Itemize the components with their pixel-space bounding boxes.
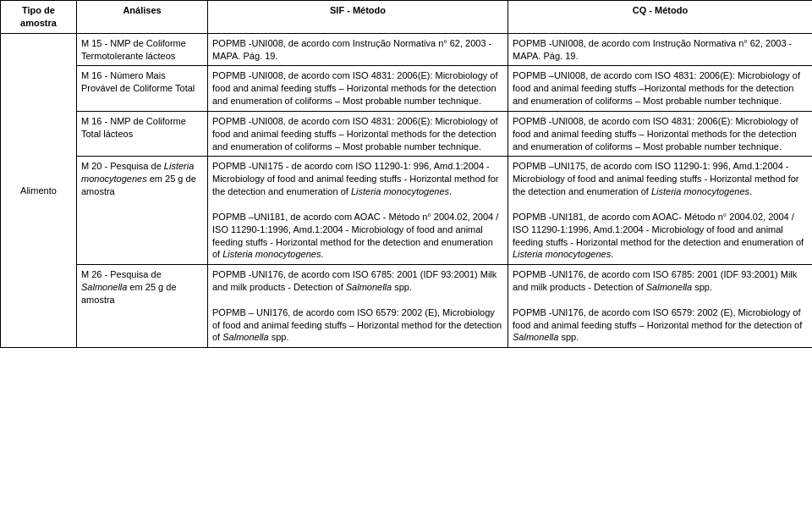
table-row: M 16 - NMP de Coliforme Total lácteos PO… — [1, 111, 813, 157]
main-table: Tipo de amostra Análises SIF - Método CQ… — [0, 0, 812, 348]
header-sif: SIF - Método — [208, 1, 508, 34]
sif-cell-m15: POPMB -UNI008, de acordo com Instrução N… — [208, 33, 508, 66]
header-tipo: Tipo de amostra — [1, 1, 77, 34]
cq-cell-m26: POPMB -UNI176, de acordo com ISO 6785: 2… — [508, 265, 813, 348]
cq-cell-m15: POPMB -UNI008, de acordo com Instrução N… — [508, 33, 813, 66]
sif-cell-m16b: POPMB -UNI008, de acordo com ISO 4831: 2… — [208, 111, 508, 157]
table-row: M 20 - Pesquisa de Listeria monocytogene… — [1, 157, 813, 265]
analises-cell-m20: M 20 - Pesquisa de Listeria monocytogene… — [77, 157, 208, 265]
cq-cell-m20: POPMB –UNI175, de acordo com ISO 11290-1… — [508, 157, 813, 265]
analises-cell-m15: M 15 - NMP de Coliforme Termotolerante l… — [77, 33, 208, 66]
cq-cell-m16b: POPMB -UNI008, de acordo com ISO 4831: 2… — [508, 111, 813, 157]
sif-cell-m26: POPMB -UNI176, de acordo com ISO 6785: 2… — [208, 265, 508, 348]
header-analises: Análises — [77, 1, 208, 34]
analises-cell-m16b: M 16 - NMP de Coliforme Total lácteos — [77, 111, 208, 157]
tipo-amostra-cell: Alimento — [1, 33, 77, 348]
table-row: M 16 - Número Mais Provável de Coliforme… — [1, 66, 813, 112]
table-row: M 26 - Pesquisa de Salmonella em 25 g de… — [1, 265, 813, 348]
table-row: Alimento M 15 - NMP de Coliforme Termoto… — [1, 33, 813, 66]
cq-cell-m16a: POPMB –UNI008, de acordo com ISO 4831: 2… — [508, 66, 813, 112]
sif-cell-m20: POPMB -UNI175 - de acordo com ISO 11290-… — [208, 157, 508, 265]
sif-cell-m16a: POPMB -UNI008, de acordo com ISO 4831: 2… — [208, 66, 508, 112]
analises-cell-m26: M 26 - Pesquisa de Salmonella em 25 g de… — [77, 265, 208, 348]
header-cq: CQ - Método — [508, 1, 813, 34]
analises-cell-m16a: M 16 - Número Mais Provável de Coliforme… — [77, 66, 208, 112]
